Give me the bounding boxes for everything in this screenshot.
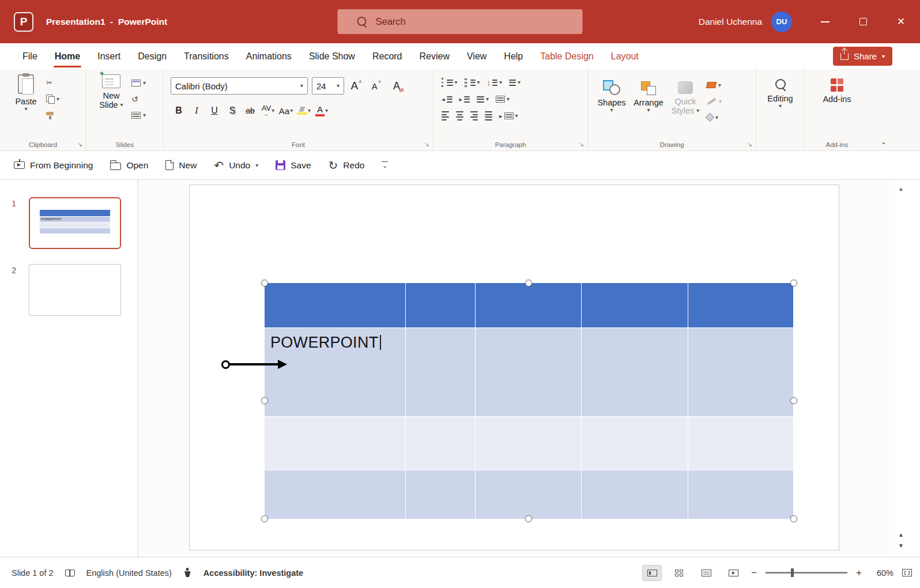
minimize-button[interactable]: [806, 0, 844, 43]
arrow-shape-head[interactable]: [278, 360, 287, 369]
change-case-button[interactable]: Aa ▾: [278, 102, 294, 119]
character-spacing-button[interactable]: AV↔ ▾: [260, 102, 276, 119]
new-slide-button[interactable]: New Slide▾: [93, 69, 129, 122]
new-button[interactable]: New: [165, 160, 197, 171]
paragraph-dialog-launcher[interactable]: ↘: [579, 142, 584, 148]
table-cell[interactable]: [688, 328, 793, 416]
bold-button[interactable]: B: [171, 102, 187, 119]
selection-handle[interactable]: [790, 515, 797, 522]
tab-view[interactable]: View: [458, 43, 495, 69]
align-text-button[interactable]: ▾: [496, 93, 510, 105]
table-cell[interactable]: [476, 470, 581, 519]
table-cell[interactable]: [582, 283, 688, 327]
selection-handle[interactable]: [261, 515, 268, 522]
slide-sorter-view-button[interactable]: [670, 566, 688, 581]
tab-record[interactable]: Record: [364, 43, 411, 69]
columns-button[interactable]: ▾: [477, 93, 489, 105]
tab-transitions[interactable]: Transitions: [175, 43, 237, 69]
slide-show-button[interactable]: [724, 566, 742, 581]
table-cell[interactable]: [406, 283, 475, 327]
cut-button[interactable]: ✂: [44, 76, 62, 89]
close-button[interactable]: ✕: [882, 0, 920, 43]
font-size-combo[interactable]: 24 ▾: [312, 77, 344, 95]
selection-handle[interactable]: [790, 280, 797, 287]
reset-slide-button[interactable]: ↺: [129, 92, 148, 105]
zoom-in-button[interactable]: +: [856, 567, 862, 579]
maximize-button[interactable]: [844, 0, 882, 43]
increase-font-size-button[interactable]: A˄: [348, 77, 364, 95]
thumbnail-item-2[interactable]: 2: [0, 264, 138, 316]
addins-button[interactable]: Add-ins: [805, 69, 869, 104]
fit-slide-to-window-button[interactable]: [902, 569, 912, 576]
undo-button[interactable]: ↶ Undo ▾: [214, 160, 258, 171]
shape-effects-button[interactable]: ▾: [704, 111, 724, 124]
previous-slide-button[interactable]: ▲: [898, 532, 904, 538]
numbering-button[interactable]: ▾: [465, 77, 480, 88]
decrease-font-size-button[interactable]: A˅: [368, 77, 384, 95]
justify-button[interactable]: [485, 110, 492, 122]
tab-home[interactable]: Home: [46, 43, 89, 69]
proofing-icon[interactable]: [65, 570, 75, 576]
section-button[interactable]: ▾: [129, 108, 148, 122]
font-dialog-launcher[interactable]: ↘: [425, 142, 429, 148]
table-cell[interactable]: [476, 328, 581, 416]
editing-button[interactable]: Editing ▾: [756, 69, 804, 109]
table-cell[interactable]: [476, 417, 581, 470]
text-shadow-button[interactable]: S: [224, 102, 240, 119]
thumbnail-2-preview[interactable]: [29, 264, 121, 316]
tab-animations[interactable]: Animations: [237, 43, 300, 69]
align-right-button[interactable]: [470, 110, 478, 122]
table-cell[interactable]: [265, 470, 405, 519]
smartart-button[interactable]: ▸ ▾: [499, 110, 518, 122]
underline-button[interactable]: U: [206, 102, 223, 119]
table-cell[interactable]: [406, 417, 475, 470]
format-painter-button[interactable]: [44, 108, 62, 122]
table-cell[interactable]: [406, 328, 475, 416]
scroll-up-button[interactable]: ▲: [898, 186, 904, 192]
align-center-button[interactable]: [456, 110, 463, 122]
selection-handle[interactable]: [790, 397, 797, 404]
accessibility-status[interactable]: Accessibility: Investigate: [203, 568, 303, 578]
zoom-out-button[interactable]: −: [751, 567, 757, 579]
selection-handle[interactable]: [525, 515, 532, 522]
font-color-button[interactable]: A ▾: [314, 102, 330, 119]
slide-layout-button[interactable]: ▾: [129, 76, 148, 89]
share-button[interactable]: Share ▾: [833, 47, 892, 66]
slide-table[interactable]: POWERPOINT: [265, 283, 794, 519]
table-cell[interactable]: [582, 328, 688, 416]
tab-help[interactable]: Help: [495, 43, 531, 69]
arrange-button[interactable]: Arrange ▾: [631, 75, 666, 124]
paste-dropdown-icon[interactable]: ▾: [24, 106, 27, 112]
table-cell-active[interactable]: POWERPOINT: [265, 328, 405, 416]
zoom-slider[interactable]: [766, 572, 847, 574]
drawing-dialog-launcher[interactable]: ↘: [748, 142, 752, 148]
avatar[interactable]: DU: [771, 12, 792, 32]
tab-review[interactable]: Review: [411, 43, 458, 69]
from-beginning-button[interactable]: From Beginning: [14, 160, 93, 171]
italic-button[interactable]: I: [188, 102, 205, 119]
selection-handle[interactable]: [525, 280, 532, 287]
thumbnail-1-preview[interactable]: POWERPOINT: [29, 197, 121, 249]
tab-slide-show[interactable]: Slide Show: [300, 43, 364, 69]
table-cell[interactable]: [265, 417, 405, 470]
redo-button[interactable]: ↻ Redo: [329, 160, 365, 171]
paste-button[interactable]: Paste ▾: [8, 69, 44, 122]
table-cell[interactable]: [476, 283, 581, 327]
text-direction-button[interactable]: ▾: [509, 77, 521, 88]
tab-file[interactable]: File: [14, 43, 46, 69]
table-cell[interactable]: [582, 417, 688, 470]
table-cell[interactable]: [688, 417, 793, 470]
decrease-indent-button[interactable]: ◂: [442, 93, 453, 105]
selection-handle[interactable]: [261, 280, 268, 287]
strikethrough-button[interactable]: ab: [242, 102, 258, 119]
shape-fill-button[interactable]: ▾: [704, 78, 724, 92]
align-left-button[interactable]: [442, 110, 449, 122]
quick-styles-button[interactable]: Quick Styles▾: [668, 75, 703, 124]
tab-table-design[interactable]: Table Design: [531, 43, 602, 69]
customize-qat-button[interactable]: ⌄: [382, 161, 388, 169]
zoom-slider-handle[interactable]: [791, 568, 794, 577]
line-spacing-button[interactable]: ↕ ▾: [487, 77, 503, 88]
open-button[interactable]: Open: [110, 160, 148, 171]
collapse-ribbon-button[interactable]: ⌄: [881, 138, 887, 146]
undo-dropdown-icon[interactable]: ▾: [255, 163, 258, 168]
